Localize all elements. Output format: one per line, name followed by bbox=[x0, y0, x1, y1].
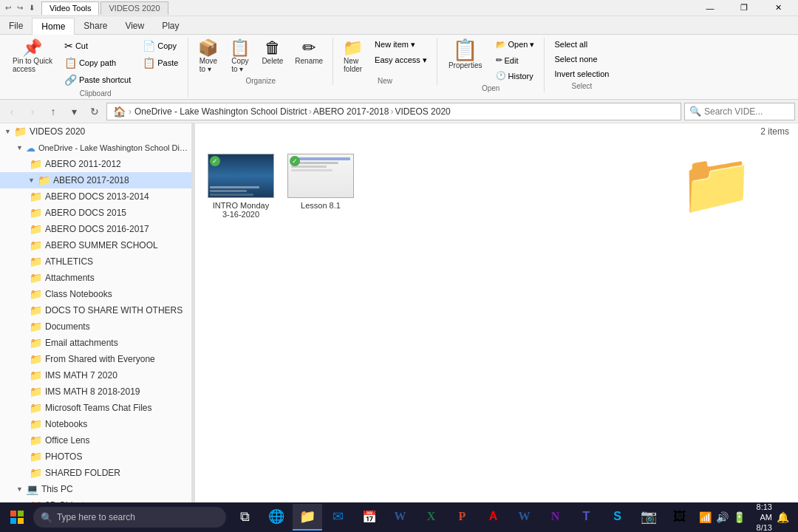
breadcrumb-onedrive[interactable]: OneDrive - Lake Washington School Distri… bbox=[134, 106, 307, 117]
content-area[interactable]: ✓ INTRO Monday3-16-2020 ✓ bbox=[195, 140, 798, 531]
paste-shortcut-button[interactable]: 🔗 Paste shortcut bbox=[59, 72, 136, 88]
taskbar-calendar[interactable]: 📅 bbox=[355, 504, 384, 531]
sidebar-item-shared-folder[interactable]: 📁 SHARED FOLDER bbox=[0, 465, 191, 481]
sidebar-item-ims-math-7[interactable]: 📁 IMS MATH 7 2020 bbox=[0, 367, 191, 383]
network-icon[interactable]: 📶 bbox=[699, 511, 712, 523]
sidebar-item-teams-chat[interactable]: 📁 Microsoft Teams Chat Files bbox=[0, 400, 191, 416]
up-button[interactable]: ↑ bbox=[44, 103, 62, 120]
recent-locations-button[interactable]: ▾ bbox=[65, 103, 83, 120]
search-box[interactable]: 🔍 bbox=[684, 103, 795, 120]
start-button[interactable] bbox=[3, 504, 32, 531]
taskbar-onenote[interactable]: N bbox=[541, 504, 570, 531]
new-folder-button[interactable]: 📁 Newfolder bbox=[338, 38, 368, 75]
sidebar-item-this-pc[interactable]: ▼ 💻 This PC bbox=[0, 481, 191, 497]
sidebar-item-class-notebooks[interactable]: 📁 Class Notebooks bbox=[0, 286, 191, 302]
sidebar-item-docs-share[interactable]: 📁 DOCS TO SHARE WITH OTHERS bbox=[0, 302, 191, 318]
forward-icon[interactable]: ↪ bbox=[15, 3, 25, 13]
history-button[interactable]: 🕐 History bbox=[491, 69, 540, 83]
new-item-button[interactable]: New item ▾ bbox=[369, 38, 432, 52]
refresh-button[interactable]: ↻ bbox=[86, 103, 103, 120]
taskbar-word2[interactable]: W bbox=[510, 504, 539, 531]
invert-selection-button[interactable]: Invert selection bbox=[549, 67, 614, 81]
sidebar-item-abero-2017[interactable]: ▼ 📁 ABERO 2017-2018 bbox=[0, 172, 191, 188]
breadcrumb-videos[interactable]: VIDEOS 2020 bbox=[395, 106, 450, 117]
taskbar-search-box[interactable]: 🔍 Type here to search bbox=[33, 507, 226, 528]
sidebar-item-from-shared[interactable]: 📁 From Shared with Everyone bbox=[0, 351, 191, 367]
move-to-button[interactable]: 📦 Moveto ▾ bbox=[193, 38, 223, 75]
taskbar-adobe[interactable]: A bbox=[479, 504, 508, 531]
sidebar-item-documents[interactable]: 📁 Documents bbox=[0, 318, 191, 335]
select-all-button[interactable]: Select all bbox=[549, 38, 614, 51]
volume-icon[interactable]: 🔊 bbox=[716, 511, 729, 523]
sidebar-item-abero-docs-2016[interactable]: 📁 ABERO DOCS 2016-2017 bbox=[0, 221, 191, 237]
properties-button[interactable]: 📋 Properties bbox=[442, 38, 489, 72]
cut-button[interactable]: ✂ Cut bbox=[59, 38, 136, 54]
sidebar-item-abero-2011[interactable]: 📁 ABERO 2011-2012 bbox=[0, 156, 191, 172]
down-icon[interactable]: ⬇ bbox=[27, 3, 37, 13]
tab-videos-2020[interactable]: VIDEOS 2020 bbox=[100, 1, 168, 15]
taskbar-task-view[interactable]: ⧉ bbox=[231, 504, 260, 531]
sidebar-item-ims-math-8[interactable]: 📁 IMS MATH 8 2018-2019 bbox=[0, 383, 191, 400]
copy-button[interactable]: 📄 Copy bbox=[137, 38, 183, 54]
notification-icon[interactable]: 🔔 bbox=[777, 511, 789, 523]
sidebar-item-onedrive[interactable]: ▼ ☁ OneDrive - Lake Washington School Di… bbox=[0, 140, 191, 156]
taskbar-word[interactable]: W bbox=[386, 504, 415, 531]
battery-icon[interactable]: 🔋 bbox=[733, 511, 746, 523]
taskbar-time-display: 8:13 AM bbox=[750, 502, 773, 523]
taskbar-photos[interactable]: 🖼 bbox=[665, 504, 695, 531]
taskbar-date-display: 8/13 bbox=[750, 522, 773, 532]
sidebar-item-athletics[interactable]: 📁 ATHLETICS bbox=[0, 253, 191, 270]
taskbar-camera[interactable]: 📷 bbox=[634, 504, 664, 531]
sidebar-item-abero-docs-2015[interactable]: 📁 ABERO DOCS 2015 bbox=[0, 205, 191, 221]
file-item-intro[interactable]: ✓ INTRO Monday3-16-2020 bbox=[204, 149, 278, 224]
clipboard-group: 📌 Pin to Quickaccess ✂ Cut 📋 Copy path 🔗… bbox=[3, 38, 188, 98]
taskbar-clock[interactable]: 8:13 AM 8/13 bbox=[750, 502, 773, 532]
file-item-lesson[interactable]: ✓ Lesson 8.1 bbox=[284, 149, 358, 224]
tab-file[interactable]: File bbox=[0, 18, 32, 34]
rename-button[interactable]: ✏ Rename bbox=[290, 38, 328, 67]
tab-video-tools[interactable]: Video Tools bbox=[41, 1, 99, 15]
taskbar-file-explorer[interactable]: 📁 bbox=[293, 504, 322, 531]
tab-home[interactable]: Home bbox=[32, 18, 75, 35]
folder-icon: 📁 bbox=[30, 288, 42, 300]
select-none-button[interactable]: Select none bbox=[549, 52, 614, 66]
sidebar-item-photos[interactable]: 📁 PHOTOS bbox=[0, 449, 191, 465]
adobe-icon: A bbox=[489, 510, 498, 523]
tab-view[interactable]: View bbox=[116, 18, 153, 34]
sidebar-item-abero-docs-2013[interactable]: 📁 ABERO DOCS 2013-2014 bbox=[0, 188, 191, 205]
taskbar-mail[interactable]: ✉ bbox=[324, 504, 353, 531]
maximize-button[interactable]: ❐ bbox=[727, 0, 761, 16]
sidebar-item-abero-summer[interactable]: 📁 ABERO SUMMER SCHOOL bbox=[0, 237, 191, 253]
taskbar-teams[interactable]: T bbox=[572, 504, 601, 531]
edit-button[interactable]: ✏ Edit bbox=[491, 53, 540, 67]
easy-access-button[interactable]: Easy access ▾ bbox=[369, 53, 432, 67]
sidebar-item-videos-2020[interactable]: ▼ 📁 VIDEOS 2020 bbox=[0, 123, 191, 140]
folder-icon: 📁 bbox=[30, 418, 42, 430]
tab-play[interactable]: Play bbox=[153, 18, 188, 34]
breadcrumb-abero[interactable]: ABERO 2017-2018 bbox=[313, 106, 389, 117]
sidebar-item-email-attachments[interactable]: 📁 Email attachments bbox=[0, 335, 191, 351]
copy-path-button[interactable]: 📋 Copy path bbox=[59, 55, 136, 71]
taskbar-skype[interactable]: S bbox=[603, 504, 632, 531]
sidebar-item-attachments[interactable]: 📁 Attachments bbox=[0, 270, 191, 286]
tab-share[interactable]: Share bbox=[75, 18, 116, 34]
delete-button[interactable]: 🗑 Delete bbox=[256, 38, 288, 67]
folder-icon: 📁 bbox=[30, 158, 42, 170]
back-icon[interactable]: ↩ bbox=[3, 3, 13, 13]
address-path[interactable]: 🏠 › OneDrive - Lake Washington School Di… bbox=[106, 103, 681, 120]
search-input[interactable] bbox=[704, 106, 798, 117]
pin-quick-access-button[interactable]: 📌 Pin to Quickaccess bbox=[7, 38, 58, 75]
open-button[interactable]: 📂 Open ▾ bbox=[491, 38, 540, 52]
sidebar-item-office-lens[interactable]: 📁 Office Lens bbox=[0, 432, 191, 449]
taskbar-edge[interactable]: 🌐 bbox=[262, 504, 291, 531]
sidebar-item-notebooks[interactable]: 📁 Notebooks bbox=[0, 416, 191, 432]
copy-to-button[interactable]: 📋 Copyto ▾ bbox=[225, 38, 255, 75]
back-button[interactable]: ‹ bbox=[3, 103, 21, 120]
taskbar-powerpoint[interactable]: P bbox=[448, 504, 477, 531]
forward-nav-button[interactable]: › bbox=[24, 103, 41, 120]
folder-icon: 📁 bbox=[30, 434, 42, 446]
paste-button[interactable]: 📋 Paste bbox=[137, 55, 183, 71]
taskbar-excel[interactable]: X bbox=[417, 504, 446, 531]
minimize-button[interactable]: — bbox=[693, 0, 727, 16]
close-button[interactable]: ✕ bbox=[761, 0, 795, 16]
